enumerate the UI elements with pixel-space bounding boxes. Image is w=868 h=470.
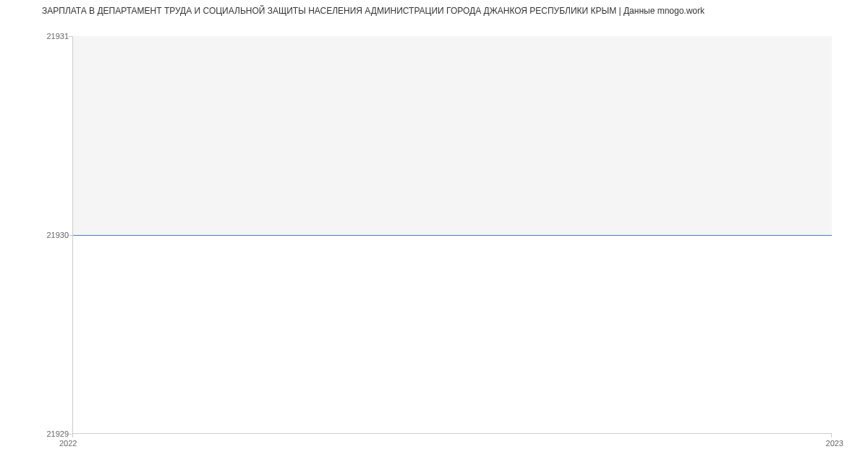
y-tick-mark — [69, 235, 72, 236]
x-axis-tick-label: 2022 — [59, 439, 77, 448]
y-axis-tick-label: 21930 — [46, 231, 69, 239]
y-tick-mark — [69, 36, 72, 37]
chart-title: ЗАРПЛАТА В ДЕПАРТАМЕНТ ТРУДА И СОЦИАЛЬНО… — [42, 6, 705, 16]
plot-band-lower — [73, 235, 832, 434]
y-axis-tick-label: 21929 — [46, 430, 69, 438]
y-axis-tick-label: 21931 — [46, 32, 69, 40]
x-tick-mark — [831, 434, 832, 437]
plot-area — [72, 36, 832, 434]
data-line — [73, 235, 832, 236]
chart-container: ЗАРПЛАТА В ДЕПАРТАМЕНТ ТРУДА И СОЦИАЛЬНО… — [0, 0, 868, 470]
x-axis-tick-label: 2023 — [826, 439, 843, 448]
x-tick-mark — [72, 434, 73, 437]
plot-band-upper — [73, 36, 832, 235]
